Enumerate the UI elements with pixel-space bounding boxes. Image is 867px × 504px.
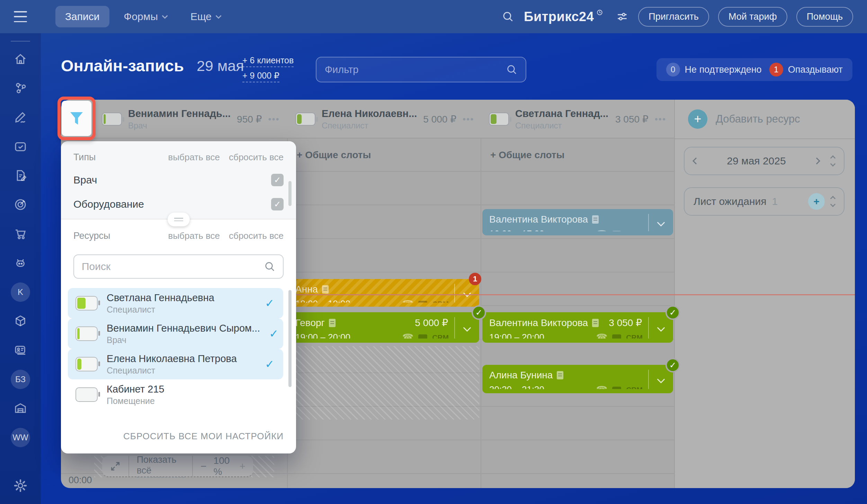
appointment-gevorg-19[interactable]: Геворг5 000 ₽ 19:00 – 20:00 ☎CRM bbox=[288, 312, 479, 343]
load-battery-icon[interactable] bbox=[75, 296, 98, 310]
help-button[interactable]: Помощь bbox=[796, 7, 853, 27]
add-resource-button[interactable]: + Добавить ресурс bbox=[688, 107, 800, 131]
sliders-icon[interactable] bbox=[615, 10, 629, 24]
section-drag-handle[interactable] bbox=[168, 213, 190, 226]
waiting-list[interactable]: Лист ожидания 1 + bbox=[684, 187, 844, 216]
current-date[interactable]: 29 мая 2025 bbox=[698, 155, 814, 167]
checkbox-checked-icon[interactable]: ✓ bbox=[271, 198, 284, 210]
resources-clear-all-link[interactable]: сбросить все bbox=[229, 231, 284, 241]
shop-cart-icon[interactable] bbox=[11, 224, 30, 243]
show-all-button[interactable]: Показать всё bbox=[137, 454, 185, 478]
resource-header-svetlana[interactable]: Светлана Геннад...Специалист 3 050 ₽ ••• bbox=[481, 100, 674, 138]
sign-pencil-icon[interactable] bbox=[11, 108, 30, 127]
common-slots-header[interactable]: + Общие слоты bbox=[481, 138, 674, 172]
resource-header-veniamin[interactable]: Вениамин Геннадь...Врач 950 ₽ ••• bbox=[94, 100, 287, 138]
resource-list-scrollbar[interactable] bbox=[288, 290, 292, 387]
more-menu-icon[interactable]: ••• bbox=[268, 114, 279, 125]
add-to-waiting-list-icon[interactable]: + bbox=[808, 193, 825, 210]
unconfirmed-badge[interactable]: 0 Не подтверждено bbox=[666, 63, 762, 76]
main-nav: Записи Формы Еще bbox=[55, 6, 230, 27]
next-day-icon[interactable] bbox=[813, 158, 820, 164]
appointment-alina-2030[interactable]: Алина Бунина 20:30 – 21:30 ☎CRM bbox=[482, 365, 673, 393]
crm-target-icon[interactable] bbox=[11, 195, 30, 214]
avatar-bz[interactable]: БЗ bbox=[11, 370, 30, 389]
settings-gear-icon[interactable] bbox=[11, 476, 30, 495]
resource-item-elena[interactable]: Елена Николаевна ПетроваСпециалист ✓ bbox=[68, 349, 283, 379]
types-select-all-link[interactable]: выбрать все bbox=[168, 152, 220, 163]
resource-item-veniamin[interactable]: Вениамин Геннадьевич Сыром...Врач ✓ bbox=[68, 318, 283, 349]
checkbox-checked-icon[interactable]: ✓ bbox=[271, 174, 284, 186]
load-battery-icon bbox=[489, 112, 509, 126]
expand-appointment-icon[interactable] bbox=[454, 284, 479, 303]
chat-icon bbox=[612, 231, 621, 232]
resource-search-input[interactable] bbox=[82, 261, 264, 272]
tasks-check-icon[interactable] bbox=[11, 137, 30, 156]
warehouse-icon[interactable] bbox=[11, 399, 30, 417]
load-battery-icon[interactable] bbox=[75, 357, 98, 371]
collapse-expand-icon[interactable] bbox=[831, 197, 835, 206]
document-icon bbox=[592, 319, 599, 327]
tab-more[interactable]: Еще bbox=[181, 6, 230, 27]
crm-tag: CRM bbox=[626, 386, 643, 389]
avatar-k[interactable]: K bbox=[11, 282, 30, 302]
expand-appointment-icon[interactable] bbox=[648, 317, 673, 339]
unconfirmed-count: 0 bbox=[666, 63, 680, 76]
collapse-expand-icon[interactable] bbox=[831, 156, 835, 166]
network-icon[interactable] bbox=[11, 79, 30, 98]
more-menu-icon[interactable]: ••• bbox=[655, 114, 666, 125]
resource-filter-button[interactable] bbox=[62, 101, 91, 136]
page-title: Онлайн-запись bbox=[61, 56, 184, 75]
hamburger-menu-icon[interactable] bbox=[10, 9, 30, 24]
late-badge[interactable]: 1 Опаздывают bbox=[769, 63, 843, 76]
revenue-link[interactable]: + 9 000 ₽ bbox=[242, 71, 279, 82]
tab-forms[interactable]: Формы bbox=[114, 6, 176, 27]
appointment-valentina-16[interactable]: Валентина Викторова 16:00 – 17:00 ☎CRM bbox=[482, 209, 673, 235]
search-icon[interactable] bbox=[501, 10, 515, 24]
ai-robot-icon[interactable] bbox=[11, 253, 30, 272]
load-battery-icon[interactable] bbox=[75, 326, 98, 341]
filter-search-field[interactable] bbox=[316, 57, 526, 82]
resource-header-elena[interactable]: Елена Николаевн...Специалист 5 000 ₽ ••• bbox=[288, 100, 480, 138]
fullscreen-button[interactable] bbox=[102, 456, 128, 476]
document-edit-icon[interactable] bbox=[11, 166, 30, 185]
appointment-valentina-19[interactable]: Валентина Викторова3 050 ₽ 19:00 – 20:00… bbox=[482, 312, 673, 343]
contact-card-icon[interactable] bbox=[11, 341, 30, 359]
summary-links: + 6 клиентов + 9 000 ₽ bbox=[242, 55, 294, 82]
phone-icon: ☎ bbox=[596, 384, 607, 389]
appointment-anna-18[interactable]: Анна 18:00 – 19:00 ☎CRM bbox=[288, 279, 479, 307]
expand-appointment-icon[interactable] bbox=[454, 317, 479, 339]
date-navigator[interactable]: 29 мая 2025 bbox=[684, 147, 844, 175]
resource-item-svetlana[interactable]: Светлана ГеннадьевнаСпециалист ✓ bbox=[68, 288, 283, 318]
clients-count-link[interactable]: + 6 клиентов bbox=[242, 55, 294, 67]
crm-tag: CRM bbox=[626, 230, 643, 232]
package-icon[interactable] bbox=[11, 312, 30, 330]
filter-input[interactable] bbox=[325, 64, 506, 75]
invite-button[interactable]: Пригласить bbox=[638, 7, 709, 27]
load-battery-icon[interactable] bbox=[75, 387, 98, 402]
phone-icon: ☎ bbox=[402, 298, 413, 303]
types-scrollbar[interactable] bbox=[288, 181, 292, 206]
chat-icon bbox=[612, 387, 621, 389]
common-slots-header[interactable]: + Общие слоты bbox=[288, 138, 480, 172]
selected-check-icon: ✓ bbox=[265, 358, 274, 371]
tab-records[interactable]: Записи bbox=[55, 6, 109, 27]
home-icon[interactable] bbox=[11, 50, 30, 69]
search-icon bbox=[264, 261, 275, 272]
my-tariff-button[interactable]: Мой тариф bbox=[718, 7, 787, 27]
resource-item-kabinet-215[interactable]: Кабинет 215Помещение bbox=[68, 379, 283, 410]
zoom-level: 100 % bbox=[214, 455, 233, 477]
clock-icon bbox=[597, 9, 603, 16]
zoom-out-button[interactable]: − bbox=[200, 460, 207, 472]
resources-select-all-link[interactable]: выбрать все bbox=[168, 231, 220, 241]
more-menu-icon[interactable]: ••• bbox=[463, 114, 474, 125]
type-row-vrach[interactable]: Врач ✓ bbox=[61, 169, 296, 191]
expand-appointment-icon[interactable] bbox=[648, 214, 673, 231]
resource-search-field[interactable] bbox=[73, 254, 284, 279]
confirmed-check-icon: ✓ bbox=[665, 358, 680, 372]
expand-appointment-icon[interactable] bbox=[648, 370, 673, 389]
reset-all-settings-button[interactable]: СБРОСИТЬ ВСЕ МОИ НАСТРОЙКИ bbox=[123, 431, 284, 442]
type-row-oborudovanie[interactable]: Оборудование ✓ bbox=[61, 193, 296, 215]
avatar-ww[interactable]: WW bbox=[11, 428, 30, 447]
zoom-in-button[interactable]: + bbox=[239, 460, 245, 472]
types-clear-all-link[interactable]: сбросить все bbox=[229, 152, 284, 163]
